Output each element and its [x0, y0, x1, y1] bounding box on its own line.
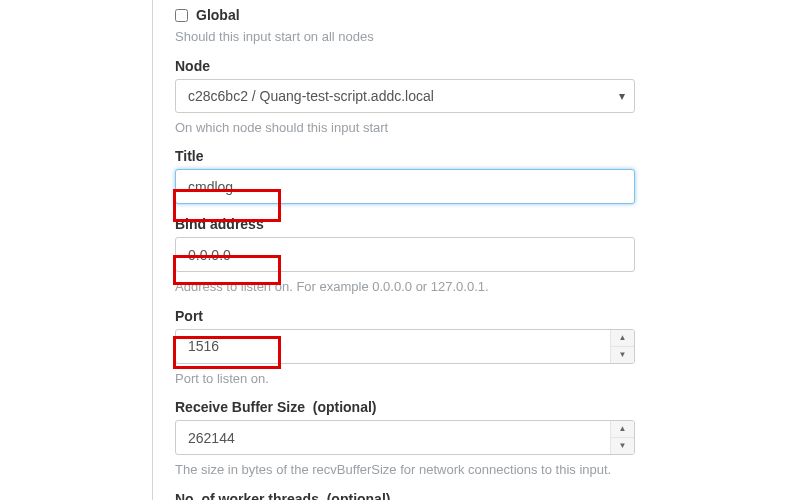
global-label: Global [196, 8, 240, 22]
bind-address-field: Bind address Address to listen on. For e… [175, 216, 790, 296]
node-help: On which node should this input start [175, 119, 790, 137]
receive-buffer-label: Receive Buffer Size (optional) [175, 399, 790, 415]
bind-address-label: Bind address [175, 216, 790, 232]
worker-threads-label-text: No. of worker threads [175, 491, 319, 500]
title-label: Title [175, 148, 790, 164]
receive-buffer-stepper: ▲ ▼ [610, 421, 634, 454]
form-content: Global Should this input start on all no… [175, 4, 790, 500]
title-field: Title [175, 148, 790, 204]
global-field: Global [175, 8, 790, 22]
node-label: Node [175, 58, 790, 74]
port-help: Port to listen on. [175, 370, 790, 388]
port-stepper: ▲ ▼ [610, 330, 634, 363]
global-checkbox[interactable] [175, 9, 188, 22]
vertical-divider [152, 0, 153, 500]
bind-address-input[interactable] [175, 237, 635, 272]
port-label: Port [175, 308, 790, 324]
receive-buffer-input[interactable] [175, 420, 635, 455]
worker-threads-label: No. of worker threads (optional) [175, 491, 790, 500]
port-input-wrap: ▲ ▼ [175, 329, 635, 364]
receive-buffer-field: Receive Buffer Size (optional) ▲ ▼ The s… [175, 399, 790, 479]
port-field: Port ▲ ▼ Port to listen on. [175, 308, 790, 388]
port-input[interactable] [175, 329, 635, 364]
node-field: Node c28c6bc2 / Quang-test-script.addc.l… [175, 58, 790, 137]
worker-threads-optional: (optional) [327, 491, 391, 500]
bind-address-help: Address to listen on. For example 0.0.0.… [175, 278, 790, 296]
receive-buffer-step-up[interactable]: ▲ [611, 421, 634, 437]
receive-buffer-label-text: Receive Buffer Size [175, 399, 305, 415]
receive-buffer-optional: (optional) [313, 399, 377, 415]
port-step-down[interactable]: ▼ [611, 346, 634, 363]
worker-threads-field: No. of worker threads (optional) ▲ ▼ [175, 491, 790, 500]
node-select-wrap: c28c6bc2 / Quang-test-script.addc.local … [175, 79, 635, 113]
receive-buffer-help: The size in bytes of the recvBufferSize … [175, 461, 790, 479]
receive-buffer-input-wrap: ▲ ▼ [175, 420, 635, 455]
form-viewport: Global Should this input start on all no… [0, 0, 800, 500]
port-step-up[interactable]: ▲ [611, 330, 634, 346]
title-input[interactable] [175, 169, 635, 204]
global-help: Should this input start on all nodes [175, 28, 790, 46]
node-select[interactable]: c28c6bc2 / Quang-test-script.addc.local [175, 79, 635, 113]
receive-buffer-step-down[interactable]: ▼ [611, 437, 634, 454]
